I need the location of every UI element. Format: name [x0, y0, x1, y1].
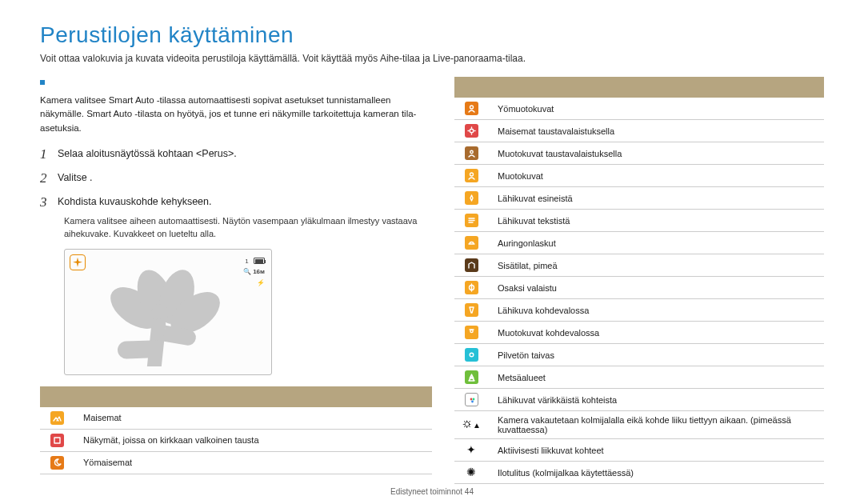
portrait-icon	[454, 98, 488, 120]
scene-label: Muotokuvat kohdevalossa	[488, 322, 824, 344]
svg-point-8	[470, 398, 472, 401]
table-row: Auringonlaskut	[454, 232, 824, 254]
action-icon: ✦	[466, 443, 476, 456]
intro-text: Voit ottaa valokuvia ja kuvata videoita …	[40, 53, 824, 64]
page-title: Perustilojen käyttäminen	[40, 22, 824, 48]
scene-label: Kamera vakautetaan kolmijalalla eikä koh…	[488, 411, 824, 439]
table-row: Yömaisemat	[40, 451, 432, 474]
table-row: Lähikuva kohdevalossa	[454, 299, 824, 322]
step-sub-text: Kamera valitsee aiheen automaattisesti. …	[64, 215, 432, 241]
partial-icon	[454, 277, 488, 299]
forest-icon	[454, 366, 488, 389]
macro-icon	[70, 254, 86, 270]
svg-point-10	[471, 401, 474, 403]
step-2: 2 Valitse .	[40, 170, 432, 186]
spotlight-icon	[454, 299, 488, 322]
color-icon	[454, 389, 488, 411]
scene-label: Lähikuvat esineistä	[488, 187, 824, 210]
step-text: Kohdista kuvauskohde kehykseen.	[58, 194, 432, 207]
camera-preview: 1 🔍 16м ⚡	[64, 249, 272, 375]
scene-label: Pilvetön taivas	[488, 344, 824, 366]
portrait-spot-icon	[454, 322, 488, 344]
table-row: Maisemat taustavalaistuksella	[454, 120, 824, 142]
svg-point-7	[470, 353, 474, 357]
tripod-icon: ⛭▲	[462, 418, 481, 430]
table-row: Metsäalueet	[454, 366, 824, 389]
scene-label: Lähikuvat värikkäistä kohteista	[488, 389, 824, 411]
scene-label: Yömaisemat	[74, 451, 432, 474]
flash-icon: ⚡	[257, 279, 265, 286]
sky-icon	[454, 344, 488, 366]
text-icon	[454, 210, 488, 232]
action-icon: ✦	[454, 439, 488, 462]
svg-point-4	[470, 173, 473, 176]
svg-point-6	[470, 330, 472, 332]
step-text: Selaa aloitusnäytössä kohtaan <Perus>.	[58, 146, 432, 159]
section-heading	[40, 77, 432, 89]
table-row: Muotokuvat kohdevalossa	[454, 322, 824, 344]
right-scene-table: YömuotokuvatMaisemat taustavalaistuksell…	[454, 98, 824, 484]
fireworks-icon: ✺	[454, 462, 488, 484]
left-scene-table: MaisematNäkymät, joissa on kirkkaan valk…	[40, 407, 432, 474]
scene-label: Metsäalueet	[488, 366, 824, 389]
section-description: Kamera valitsee Smart Auto -tilassa auto…	[40, 94, 432, 135]
table-row: ✦Aktiivisesti liikkuvat kohteet	[454, 439, 824, 462]
svg-rect-0	[54, 438, 60, 443]
table-row: Muotokuvat	[454, 165, 824, 187]
table-row: Lähikuvat tekstistä	[454, 210, 824, 232]
table-row: Lähikuvat värikkäistä kohteista	[454, 389, 824, 411]
svg-point-9	[472, 398, 474, 401]
scene-label: Lähikuva kohdevalossa	[488, 299, 824, 322]
indoor-icon	[454, 254, 488, 277]
step-text: Valitse .	[58, 170, 432, 183]
step-num: 3	[40, 194, 58, 210]
table-row: Näkymät, joissa on kirkkaan valkoinen ta…	[40, 429, 432, 451]
scene-label: Auringonlaskut	[488, 232, 824, 254]
shot-count: 1	[245, 258, 248, 265]
battery-icon	[254, 258, 265, 264]
scene-label: Maisemat taustavalaistuksella	[488, 120, 824, 142]
page-footer: Edistyneet toiminnot 44	[0, 487, 864, 496]
scene-label: Näkymät, joissa on kirkkaan valkoinen ta…	[74, 429, 432, 451]
table-row: Muotokuvat taustavalaistuksella	[454, 142, 824, 165]
night-icon	[40, 451, 74, 474]
backlight-icon	[454, 120, 488, 142]
table-row: Lähikuvat esineistä	[454, 187, 824, 210]
mp-icon: 🔍 16м	[243, 268, 265, 275]
svg-point-3	[470, 150, 472, 153]
table-row: ✺Ilotulitus (kolmijalkaa käytettäessä)	[454, 462, 824, 484]
table-row: ⛭▲Kamera vakautetaan kolmijalalla eikä k…	[454, 411, 824, 439]
fireworks-icon: ✺	[466, 466, 476, 478]
table-row: Yömuotokuvat	[454, 98, 824, 120]
backlight-p-icon	[454, 142, 488, 165]
step-3: 3 Kohdista kuvauskohde kehykseen.	[40, 194, 432, 210]
portrait2-icon	[454, 165, 488, 187]
preview-status: 1 🔍 16м ⚡	[243, 256, 265, 289]
step-num: 1	[40, 146, 58, 162]
macro-icon	[454, 187, 488, 210]
scene-label: Aktiivisesti liikkuvat kohteet	[488, 439, 824, 462]
scene-label: Osaksi valaistu	[488, 277, 824, 299]
scene-label: Muotokuvat	[488, 165, 824, 187]
scene-label: Sisätilat, pimeä	[488, 254, 824, 277]
table-row: Pilvetön taivas	[454, 344, 824, 366]
scene-label: Ilotulitus (kolmijalkaa käytettäessä)	[488, 462, 824, 484]
table-row: Osaksi valaistu	[454, 277, 824, 299]
svg-point-1	[470, 106, 473, 109]
scene-label: Lähikuvat tekstistä	[488, 210, 824, 232]
step-num: 2	[40, 170, 58, 186]
scene-label: Yömuotokuvat	[488, 98, 824, 120]
table-row: Sisätilat, pimeä	[454, 254, 824, 277]
right-table-header	[454, 77, 824, 98]
flower-silhouette	[95, 270, 223, 366]
table-row: Maisemat	[40, 407, 432, 430]
tripod-icon: ⛭▲	[454, 411, 488, 439]
scene-label: Maisemat	[74, 407, 432, 430]
sunset-icon	[454, 232, 488, 254]
svg-point-2	[470, 129, 474, 133]
scene-label: Muotokuvat taustavalaistuksella	[488, 142, 824, 165]
landscape-icon	[40, 407, 74, 430]
whitebg-icon	[40, 429, 74, 451]
step-1: 1 Selaa aloitusnäytössä kohtaan <Perus>.	[40, 146, 432, 162]
left-table-header	[40, 386, 432, 407]
